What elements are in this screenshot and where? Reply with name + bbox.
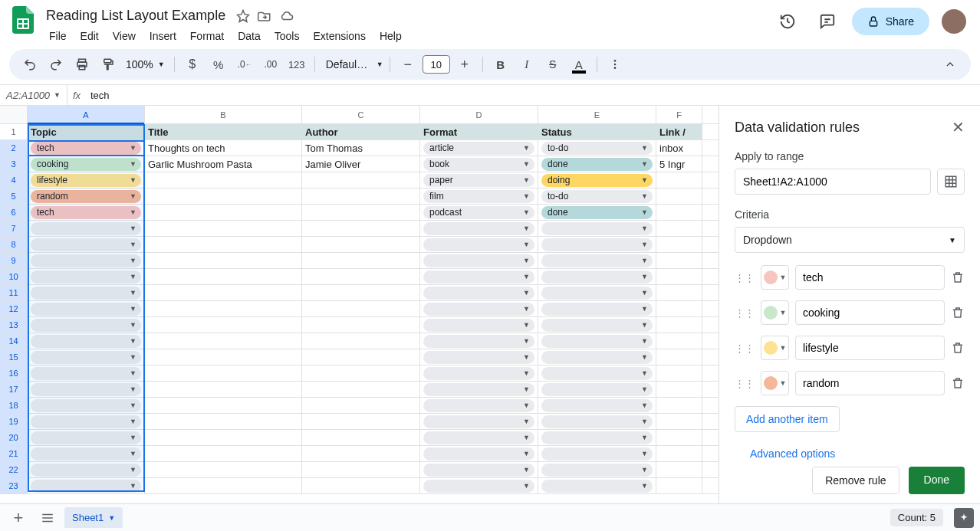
cell[interactable] xyxy=(302,253,420,268)
topic-chip[interactable]: ▼ xyxy=(31,447,141,461)
topic-chip[interactable]: ▼ xyxy=(31,238,141,251)
add-sheet-button[interactable]: + xyxy=(6,506,31,530)
cell[interactable] xyxy=(145,188,302,204)
range-input[interactable] xyxy=(735,169,931,195)
option-color-button[interactable]: ▼ xyxy=(761,300,789,325)
format-chip[interactable]: ▼ xyxy=(423,383,534,396)
fontsize-input[interactable]: 10 xyxy=(423,55,450,74)
text-color-button[interactable]: A xyxy=(567,53,590,76)
format-chip[interactable]: ▼ xyxy=(423,270,534,284)
topic-chip[interactable]: ▼ xyxy=(31,254,141,267)
cell[interactable] xyxy=(302,462,420,477)
spreadsheet-grid[interactable]: A B C D E F 1TopicTitleAuthorFormatStatu… xyxy=(0,106,719,503)
status-chip[interactable]: ▼ xyxy=(541,367,653,380)
row-header[interactable]: 13 xyxy=(0,317,28,333)
topic-chip[interactable]: cooking▼ xyxy=(31,158,141,171)
cell[interactable]: ▼ xyxy=(538,365,656,381)
cell[interactable] xyxy=(656,188,702,204)
cell[interactable]: ▼ xyxy=(538,221,656,236)
option-color-button[interactable]: ▼ xyxy=(761,265,789,290)
format-chip[interactable]: ▼ xyxy=(423,367,534,380)
cell[interactable]: ▼ xyxy=(538,462,656,477)
cell[interactable]: ▼ xyxy=(538,269,656,284)
menu-format[interactable]: Format xyxy=(184,27,230,45)
cell[interactable] xyxy=(302,221,420,236)
avatar[interactable] xyxy=(942,9,966,34)
topic-chip[interactable]: ▼ xyxy=(31,351,141,364)
status-chip[interactable]: ▼ xyxy=(541,222,653,235)
cell[interactable] xyxy=(145,349,302,365)
more-toolbar-button[interactable] xyxy=(603,53,626,76)
cell[interactable]: ▼ xyxy=(28,269,145,284)
delete-option-button[interactable] xyxy=(951,270,965,284)
cell[interactable] xyxy=(656,285,702,300)
decimal-decrease-button[interactable]: .0← xyxy=(233,53,256,76)
row-header[interactable]: 10 xyxy=(0,269,28,284)
currency-button[interactable]: $ xyxy=(181,53,204,76)
option-value-input[interactable] xyxy=(795,371,945,395)
cell[interactable]: ▼ xyxy=(28,382,145,397)
paint-format-button[interactable] xyxy=(97,53,120,76)
cell[interactable] xyxy=(145,301,302,316)
option-color-button[interactable]: ▼ xyxy=(761,371,789,395)
row-header[interactable]: 7 xyxy=(0,221,28,236)
status-chip[interactable]: doing▼ xyxy=(541,174,653,187)
cell[interactable]: ▼ xyxy=(538,253,656,268)
delete-option-button[interactable] xyxy=(951,341,965,355)
cell[interactable] xyxy=(302,478,420,493)
topic-chip[interactable]: ▼ xyxy=(31,287,141,300)
status-chip[interactable]: ▼ xyxy=(541,270,653,284)
cell[interactable]: ▼ xyxy=(538,333,656,349)
cell[interactable] xyxy=(302,365,420,381)
row-header[interactable]: 20 xyxy=(0,430,28,445)
cell[interactable] xyxy=(302,188,420,204)
cell[interactable]: ▼ xyxy=(28,285,145,300)
topic-chip[interactable]: ▼ xyxy=(31,399,141,412)
topic-chip[interactable]: ▼ xyxy=(31,335,141,348)
cell[interactable]: ▼ xyxy=(420,237,538,252)
cell[interactable]: ▼ xyxy=(538,430,656,445)
select-all-corner[interactable] xyxy=(0,106,28,123)
row-header[interactable]: 9 xyxy=(0,253,28,268)
cell[interactable]: article▼ xyxy=(420,140,538,156)
sheet-tab[interactable]: Sheet1▼ xyxy=(64,507,123,528)
cell[interactable]: ▼ xyxy=(420,301,538,316)
cell[interactable]: ▼ xyxy=(28,365,145,381)
cell[interactable] xyxy=(656,269,702,284)
cell[interactable]: ▼ xyxy=(420,462,538,477)
topic-chip[interactable]: ▼ xyxy=(31,415,141,428)
topic-chip[interactable]: random▼ xyxy=(31,190,141,203)
undo-button[interactable] xyxy=(18,53,41,76)
format-chip[interactable]: ▼ xyxy=(423,351,534,364)
format-chip[interactable]: film▼ xyxy=(423,190,534,203)
topic-chip[interactable]: ▼ xyxy=(31,464,141,477)
row-header[interactable]: 4 xyxy=(0,172,28,188)
cell[interactable] xyxy=(656,317,702,333)
cell[interactable]: ▼ xyxy=(538,478,656,493)
cell[interactable]: paper▼ xyxy=(420,172,538,188)
col-header-b[interactable]: B xyxy=(145,106,302,123)
status-chip[interactable]: ▼ xyxy=(541,464,653,477)
row-header[interactable]: 19 xyxy=(0,414,28,429)
cell[interactable]: ▼ xyxy=(28,349,145,365)
row-header[interactable]: 5 xyxy=(0,188,28,204)
cell[interactable] xyxy=(656,446,702,461)
status-chip[interactable]: ▼ xyxy=(541,335,653,348)
cell[interactable] xyxy=(656,205,702,220)
cell[interactable] xyxy=(302,172,420,188)
row-header[interactable]: 17 xyxy=(0,382,28,397)
cell[interactable]: ▼ xyxy=(28,301,145,316)
cell[interactable] xyxy=(656,333,702,349)
cell[interactable]: ▼ xyxy=(538,237,656,252)
cell[interactable]: ▼ xyxy=(420,446,538,461)
status-chip[interactable]: ▼ xyxy=(541,287,653,300)
comment-icon[interactable] xyxy=(812,6,843,37)
menu-view[interactable]: View xyxy=(107,27,142,45)
menu-edit[interactable]: Edit xyxy=(74,27,105,45)
cell[interactable] xyxy=(302,205,420,220)
cell[interactable]: ▼ xyxy=(28,398,145,413)
option-value-input[interactable] xyxy=(795,300,945,325)
cell[interactable]: ▼ xyxy=(420,317,538,333)
cell[interactable]: to-do▼ xyxy=(538,188,656,204)
cell[interactable]: ▼ xyxy=(420,365,538,381)
